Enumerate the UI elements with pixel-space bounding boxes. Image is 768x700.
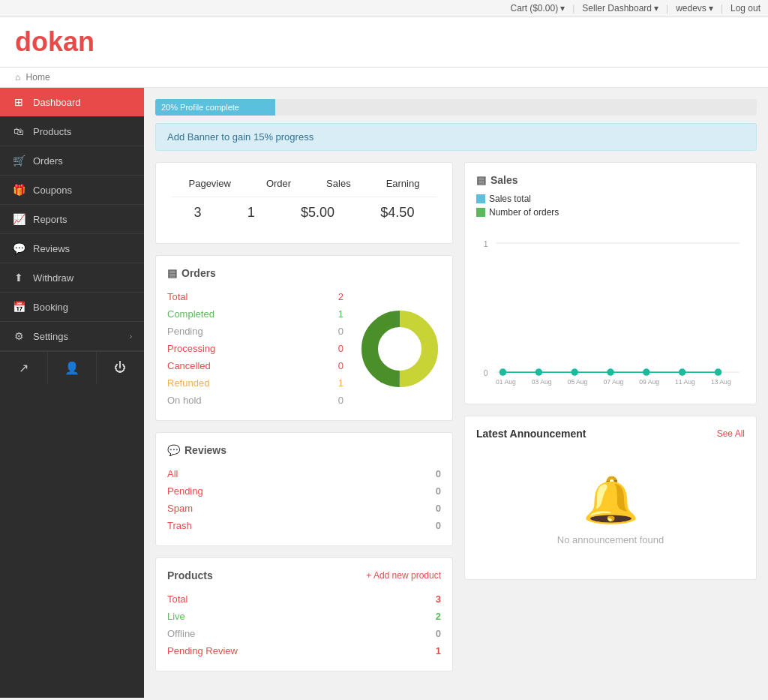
orders-title-text: Orders [182, 267, 216, 279]
reviews-title-text: Reviews [184, 444, 226, 456]
user-label: wedevs [676, 3, 706, 14]
product-row-pending: Pending Review 1 [167, 642, 441, 659]
sales-icon: ▤ [476, 174, 486, 186]
sales-value: $5.00 [301, 205, 334, 221]
sidebar-item-booking[interactable]: 📅 Booking [0, 293, 144, 322]
order-pending-value: 0 [338, 326, 344, 337]
order-onhold-value: 0 [338, 395, 344, 406]
seller-dashboard-item[interactable]: Seller Dashboard ▾ [582, 3, 658, 14]
products-title: Products [167, 569, 213, 581]
order-row-completed: Completed 1 [167, 305, 344, 323]
order-row-pending: Pending 0 [167, 323, 344, 340]
orders-icon: 🛒 [12, 155, 26, 167]
review-all-label: All [167, 468, 178, 479]
sidebar-item-products[interactable]: 🛍 Products [0, 117, 144, 146]
product-total-value: 3 [436, 593, 441, 605]
external-link-icon: ↗ [19, 362, 28, 374]
orders-donut-chart [358, 308, 441, 390]
stats-divider [171, 197, 437, 197]
progress-text: 20% Profile complete [161, 103, 239, 112]
legend-sales-label: Sales total [489, 194, 531, 204]
legend-orders-color [476, 208, 485, 217]
product-row-offline: Offline 0 [167, 625, 441, 642]
right-column: ▤ Sales Sales total Number of orders [464, 162, 757, 580]
sidebar-label-reviews: Reviews [33, 243, 70, 254]
order-value: 1 [248, 205, 255, 221]
svg-point-3 [380, 329, 420, 369]
power-icon: ⏻ [114, 361, 126, 374]
order-label: Order [266, 178, 291, 189]
svg-text:03 Aug: 03 Aug [532, 378, 552, 386]
seller-chevron: ▾ [654, 3, 658, 14]
order-cancelled-value: 0 [338, 360, 344, 371]
svg-text:05 Aug: 05 Aug [568, 378, 588, 386]
reviews-list: All 0 Pending 0 Spam 0 Trash [167, 465, 441, 534]
power-button[interactable]: ⏻ [97, 352, 144, 384]
review-row-trash: Trash 0 [167, 517, 441, 534]
svg-text:11 Aug: 11 Aug [675, 378, 695, 386]
sidebar-item-settings[interactable]: ⚙ Settings › [0, 322, 144, 351]
sidebar-label-coupons: Coupons [33, 185, 72, 196]
order-row-total: Total 2 [167, 288, 344, 305]
orders-title-icon: ▤ [167, 267, 177, 279]
stats-labels-row: Pageview Order Sales Earning [171, 178, 437, 189]
add-product-button[interactable]: + Add new product [366, 570, 441, 581]
add-banner-alert: Add Banner to gain 15% progress [155, 123, 757, 151]
review-row-spam: Spam 0 [167, 500, 441, 517]
stats-values-row: 3 1 $5.00 $4.50 [171, 205, 437, 221]
sidebar-label-products: Products [33, 126, 71, 137]
product-row-total: Total 3 [167, 590, 441, 608]
profile-progress-bar: 20% Profile complete [155, 99, 757, 116]
svg-text:0: 0 [484, 368, 488, 377]
order-cancelled-label: Cancelled [167, 360, 211, 371]
reviews-title-icon: 💬 [167, 444, 180, 456]
product-pending-label: Pending Review [167, 645, 238, 656]
seller-dashboard-label: Seller Dashboard [582, 3, 652, 14]
sales-title-text: Sales [490, 174, 518, 186]
earning-label: Earning [386, 178, 420, 189]
products-card-header: Products + Add new product [167, 569, 441, 581]
sidebar-label-reports: Reports [33, 214, 68, 225]
review-row-pending: Pending 0 [167, 482, 441, 500]
sidebar-item-orders[interactable]: 🛒 Orders [0, 146, 144, 176]
bell-icon: 🔔 [476, 473, 745, 527]
sidebar-label-orders: Orders [33, 155, 63, 167]
cart-item[interactable]: Cart ($0.00) ▾ [510, 3, 565, 14]
sidebar-label-booking: Booking [33, 302, 68, 313]
progress-fill: 20% Profile complete [155, 99, 275, 116]
sidebar-item-reports[interactable]: 📈 Reports [0, 205, 144, 234]
reviews-card: 💬 Reviews All 0 Pending 0 Spam [155, 432, 453, 546]
sidebar-item-reviews[interactable]: 💬 Reviews [0, 234, 144, 263]
user-chevron: ▾ [709, 3, 713, 14]
orders-list: Total 2 Completed 1 Pending 0 [167, 288, 344, 409]
external-link-button[interactable]: ↗ [0, 352, 48, 384]
user-item[interactable]: wedevs ▾ [676, 3, 713, 14]
products-card: Products + Add new product Total 3 Live … [155, 557, 453, 671]
sales-svg-chart: 1 0 01 Aug 03 Aug [476, 225, 745, 390]
product-total-label: Total [167, 593, 188, 605]
sidebar-item-coupons[interactable]: 🎁 Coupons [0, 176, 144, 205]
header: dokan [0, 17, 768, 68]
sidebar-item-dashboard[interactable]: ⊞ Dashboard [0, 88, 144, 117]
review-all-value: 0 [436, 468, 441, 479]
review-spam-label: Spam [167, 503, 193, 514]
product-offline-value: 0 [436, 628, 441, 639]
see-all-button[interactable]: See All [717, 428, 745, 439]
review-spam-value: 0 [436, 503, 441, 514]
logout-button[interactable]: Log out [730, 3, 760, 14]
home-link[interactable]: Home [26, 72, 50, 83]
left-column: Pageview Order Sales Earning 3 1 $5.00 $… [155, 162, 453, 683]
user-profile-button[interactable]: 👤 [48, 352, 96, 384]
svg-text:09 Aug: 09 Aug [639, 378, 659, 386]
product-live-value: 2 [436, 611, 441, 622]
withdraw-icon: ⬆ [12, 272, 26, 284]
order-total-label: Total [167, 291, 188, 302]
order-onhold-label: On hold [167, 395, 202, 406]
cart-label: Cart [510, 3, 527, 14]
svg-text:07 Aug: 07 Aug [603, 378, 623, 386]
products-icon: 🛍 [12, 125, 26, 137]
sidebar-item-withdraw[interactable]: ⬆ Withdraw [0, 263, 144, 293]
logo-d: d [15, 26, 32, 57]
order-row-onhold: On hold 0 [167, 392, 344, 409]
review-trash-label: Trash [167, 520, 192, 531]
